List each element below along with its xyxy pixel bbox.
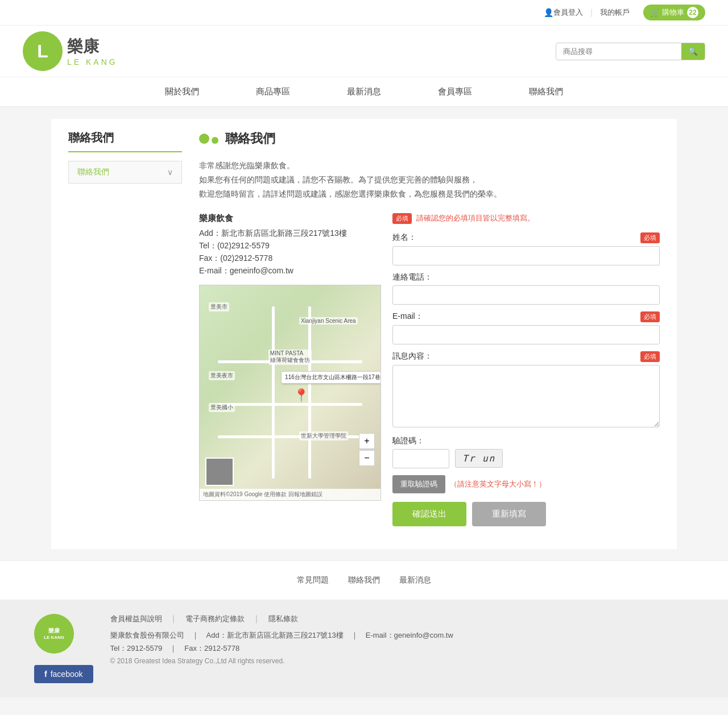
footer-company-info: 樂康飲食股份有限公司 ｜ Add：新北市新店區北新路三段217號13樓 ｜ E-… xyxy=(110,629,694,655)
intro-line3: 歡迎您隨時留言，請詳述問題或建議，感謝您選擇樂康飲食，為您服務是我們的榮幸。 xyxy=(199,187,660,201)
phone-input[interactable] xyxy=(392,285,660,305)
sidebar-item-contact[interactable]: 聯絡我們 ∨ xyxy=(69,161,181,183)
area-label-1: Xianjiyan Scenic Area xyxy=(299,317,358,325)
form-group-email: E-mail： 必填 xyxy=(392,311,660,344)
form-buttons: 確認送出 重新填寫 xyxy=(392,502,660,526)
area-label-4: 景美市 xyxy=(209,302,229,311)
name-input[interactable] xyxy=(392,246,660,265)
reset-button[interactable]: 重新填寫 xyxy=(472,502,546,526)
map-pin-label: 116台灣台北市文山區木柵路一段17巷1號 13分 步行·公司 xyxy=(281,371,381,384)
nav-item-products[interactable]: 商品專區 xyxy=(228,77,318,106)
footer-logo-text: 樂康 LE KANG xyxy=(44,627,64,640)
captcha-label-row: 驗證碼： xyxy=(392,436,660,446)
name-label: 姓名： xyxy=(392,232,416,243)
header-middle: L 樂康 LE KANG 🔍 xyxy=(0,26,728,77)
sidebar-title: 聯絡我們 xyxy=(68,130,182,152)
separator: ｜ xyxy=(588,7,595,18)
footer-nav-contact[interactable]: 聯絡我們 xyxy=(348,575,380,584)
captcha-image: Tr un xyxy=(455,449,503,468)
road-h2 xyxy=(218,403,362,406)
login-link[interactable]: 會員登入 xyxy=(553,7,583,18)
nav-item-member[interactable]: 會員專區 xyxy=(410,77,500,106)
dot-big xyxy=(199,134,209,144)
sidebar-item-label: 聯絡我們 xyxy=(77,167,109,177)
message-label-row: 訊息內容： 必填 xyxy=(392,351,660,362)
footer-copyright: © 2018 Greatest Idea Strategy Co.,Ltd Al… xyxy=(110,657,694,665)
captcha-row: Tr un xyxy=(392,449,660,468)
main-wrapper: 聯絡我們 聯絡我們 ∨ 聯絡我們 非常感謝您光臨樂康飲食。 如果您有任何的問題或… xyxy=(51,119,677,549)
company-email: E-mail：geneinfo@com.tw xyxy=(199,266,381,276)
footer-info: 會員權益與說明 ｜ 電子商務約定條款 ｜ 隱私條款 樂康飲食股份有限公司 ｜ A… xyxy=(110,614,694,666)
map-container: Xianjiyan Scenic Area MINT PASTA綠薄荷罐食食坊 … xyxy=(199,285,381,501)
area-label-5: 景美夜市 xyxy=(209,371,235,380)
refresh-row: 重取驗證碼 （請注意英文字母大小寫！） xyxy=(392,475,660,493)
footer-link-privacy[interactable]: 隱私條款 xyxy=(268,614,298,623)
footer-link-member-rights[interactable]: 會員權益與說明 xyxy=(110,614,162,623)
submit-button[interactable]: 確認送出 xyxy=(392,502,466,526)
nav-item-contact[interactable]: 聯絡我們 xyxy=(500,77,592,106)
account-link[interactable]: 我的帳戶 xyxy=(600,7,630,18)
search-input[interactable] xyxy=(556,44,681,59)
contact-info: Add：新北市新店區北新路三段217號13樓 Tel：(02)2912-5579… xyxy=(199,228,381,276)
footer-bottom: 樂康 LE KANG f facebook 會員權益與說明 ｜ 電子商務約定條款… xyxy=(0,600,728,697)
company-address: Add：新北市新店區北新路三段217號13樓 xyxy=(199,228,381,239)
map-pin: 📍 xyxy=(293,388,309,403)
required-badge: 必填 xyxy=(392,213,412,224)
map-zoom-controls: + − xyxy=(359,433,375,466)
area-label-2: MINT PASTA綠薄荷罐食食坊 xyxy=(268,350,312,365)
email-input[interactable] xyxy=(392,325,660,344)
user-icon: 👤 xyxy=(544,8,553,17)
sidebar-menu: 聯絡我們 ∨ xyxy=(68,161,182,184)
content-area: 聯絡我們 非常感謝您光臨樂康飲食。 如果您有任何的問題或建議，請您不吝賜教。為了… xyxy=(199,130,660,526)
facebook-button[interactable]: f facebook xyxy=(34,665,93,683)
email-required-badge: 必填 xyxy=(640,311,660,322)
zoom-out-button[interactable]: − xyxy=(359,450,375,466)
company-fax: Fax：(02)2912-5778 xyxy=(199,253,381,264)
dot-icon xyxy=(199,134,218,144)
nav-item-about[interactable]: 關於我們 xyxy=(136,77,228,106)
form-group-captcha: 驗證碼： Tr un xyxy=(392,436,660,468)
facebook-label: facebook xyxy=(51,670,83,679)
footer-nav-faq[interactable]: 常見問題 xyxy=(297,575,329,584)
contact-row: 樂康飲食 Add：新北市新店區北新路三段217號13樓 Tel：(02)2912… xyxy=(199,213,660,526)
content-header: 聯絡我們 xyxy=(199,130,660,147)
company-name: 樂康飲食 xyxy=(199,213,381,224)
zoom-in-button[interactable]: + xyxy=(359,433,375,449)
map-thumbnail xyxy=(205,458,234,486)
name-label-row: 姓名： 必填 xyxy=(392,232,660,243)
captcha-input[interactable] xyxy=(392,449,449,468)
footer-bottom-inner: 樂康 LE KANG f facebook 會員權益與說明 ｜ 電子商務約定條款… xyxy=(34,614,694,683)
logo-en: LE KANG xyxy=(67,57,118,66)
phone-label: 連絡電話： xyxy=(392,272,432,282)
footer-sep2: ｜ xyxy=(253,614,260,623)
map-footer-text: 地圖資料©2019 Google 使用條款 回報地圖錯誤 xyxy=(203,490,322,498)
name-required-badge: 必填 xyxy=(640,232,660,243)
search-button[interactable]: 🔍 xyxy=(681,43,705,60)
footer-logo: 樂康 LE KANG xyxy=(34,614,74,654)
footer-tel-fax: Tel：2912-5579 ｜ Fax：2912-5778 xyxy=(110,642,694,655)
footer-link-ecommerce[interactable]: 電子商務約定條款 xyxy=(185,614,245,623)
intro-line1: 非常感謝您光臨樂康飲食。 xyxy=(199,159,660,173)
message-input[interactable] xyxy=(392,365,660,427)
logo-circle: L xyxy=(23,31,63,71)
main-nav: 關於我們 商品專區 最新消息 會員專區 聯絡我們 xyxy=(0,77,728,107)
intro-line2: 如果您有任何的問題或建議，請您不吝賜教。為了提供您更完善的體驗與服務， xyxy=(199,173,660,187)
intro-text: 非常感謝您光臨樂康飲食。 如果您有任何的問題或建議，請您不吝賜教。為了提供您更完… xyxy=(199,159,660,202)
company-tel: Tel：(02)2912-5579 xyxy=(199,241,381,251)
footer-nav-news[interactable]: 最新消息 xyxy=(399,575,431,584)
page-title: 聯絡我們 xyxy=(225,130,275,147)
facebook-icon: f xyxy=(44,670,47,679)
road-v1 xyxy=(272,306,275,478)
cart-button[interactable]: 🛒 購物車 22 xyxy=(643,5,705,20)
form-group-name: 姓名： 必填 xyxy=(392,232,660,265)
email-label-row: E-mail： 必填 xyxy=(392,311,660,322)
logo-leaf-icon: L xyxy=(37,41,48,62)
phone-label-row: 連絡電話： xyxy=(392,272,660,282)
refresh-note: （請注意英文字母大小寫！） xyxy=(450,479,546,489)
search-box: 🔍 xyxy=(556,43,705,60)
header-top: 👤 會員登入 ｜ 我的帳戶 🛒 購物車 22 xyxy=(0,0,728,26)
email-label: E-mail： xyxy=(392,311,423,322)
nav-item-news[interactable]: 最新消息 xyxy=(318,77,410,106)
dot-small xyxy=(212,137,218,144)
refresh-captcha-button[interactable]: 重取驗證碼 xyxy=(392,475,445,493)
